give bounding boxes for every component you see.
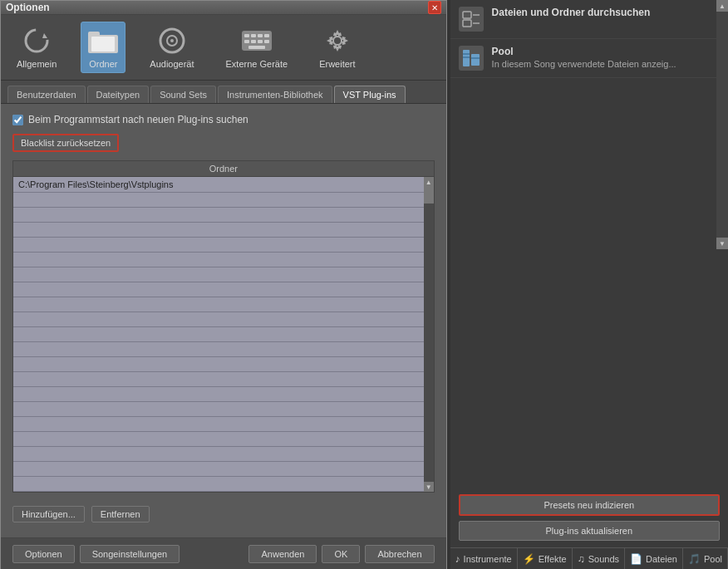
svg-rect-12 xyxy=(264,34,269,37)
svg-rect-26 xyxy=(463,56,470,58)
right-scrollbar-up[interactable]: ▲ xyxy=(716,0,728,12)
browse-item-text: Dateien und Ordner durchsuchen xyxy=(492,7,651,18)
right-scrollbar-track xyxy=(716,12,728,238)
svg-rect-16 xyxy=(264,40,269,43)
folder-section-header: Ordner xyxy=(13,161,434,177)
nav-label-instrumente: Instrumente xyxy=(464,554,512,564)
toolbar-label-audiogeraet: Audiogerät xyxy=(150,59,194,69)
plugins-update-button[interactable]: Plug-ins aktualisieren xyxy=(459,521,720,541)
right-item-browse: Dateien und Ordner durchsuchen xyxy=(450,0,728,39)
svg-rect-27 xyxy=(471,57,480,59)
dialog-title: Optionen xyxy=(6,2,50,13)
optionen-button[interactable]: Optionen xyxy=(12,545,75,563)
scrollbar-down-btn[interactable]: ▼ xyxy=(424,482,434,492)
pool-icon xyxy=(459,46,484,71)
scrollbar-up-btn[interactable]: ▲ xyxy=(424,177,434,187)
abbrechen-button[interactable]: Abbrechen xyxy=(365,545,434,563)
dialog-footer: Optionen Songeinstellungen Anwenden OK A… xyxy=(1,537,446,569)
right-actions: Presets neu indizieren Plug-ins aktualis… xyxy=(450,488,728,547)
add-button[interactable]: Hinzufügen... xyxy=(12,506,85,522)
remove-button[interactable]: Entfernen xyxy=(91,506,150,522)
nav-item-pool[interactable]: 🎵 Pool xyxy=(683,548,728,569)
startup-scan-checkbox[interactable] xyxy=(12,115,23,125)
right-scrollbar-down[interactable]: ▼ xyxy=(716,238,728,249)
folder-actions: Hinzufügen... Entfernen xyxy=(12,501,435,527)
svg-rect-11 xyxy=(258,34,263,37)
toolbar-label-allgemein: Allgemein xyxy=(17,59,57,69)
songeinstellungen-button[interactable]: Songeinstellungen xyxy=(80,545,180,563)
right-content: Dateien und Ordner durchsuchen Pool In d… xyxy=(450,0,728,488)
toolbar-item-externe[interactable]: Externe Geräte xyxy=(219,22,296,73)
svg-rect-14 xyxy=(251,40,256,43)
allgemein-icon-container xyxy=(22,26,52,56)
svg-rect-15 xyxy=(258,40,263,43)
toolbar-item-ordner[interactable]: Ordner xyxy=(81,22,125,73)
svg-rect-25 xyxy=(463,53,470,55)
startup-scan-label: Beim Programmstart nach neuen Plug-ins s… xyxy=(28,114,248,125)
scrollbar-track xyxy=(424,187,434,482)
right-scrollbar[interactable]: ▲ ▼ xyxy=(716,0,728,249)
keyboard-icon xyxy=(242,29,272,52)
toolbar-label-erweitert: Erweitert xyxy=(319,59,355,69)
pool-item-text: Pool In diesem Song verwendete Dateien a… xyxy=(492,46,676,69)
browse-item-title: Dateien und Ordner durchsuchen xyxy=(492,7,651,18)
svg-rect-10 xyxy=(251,34,256,37)
svg-rect-13 xyxy=(244,40,249,43)
right-item-pool: Pool In diesem Song verwendete Dateien a… xyxy=(450,39,728,78)
tab-dateitypen[interactable]: Dateitypen xyxy=(87,86,150,103)
presets-reindex-button[interactable]: Presets neu indizieren xyxy=(459,494,720,516)
right-spacer xyxy=(450,78,728,488)
folder-scrollbar[interactable]: ▲ ▼ xyxy=(424,177,434,492)
ordner-icon-container xyxy=(88,26,118,56)
content-area: Beim Programmstart nach neuen Plug-ins s… xyxy=(1,104,446,537)
folder-entry-0[interactable]: C:\Program Files\Steinberg\Vstplugins xyxy=(13,177,424,193)
toolbar-item-audiogeraet[interactable]: Audiogerät xyxy=(142,22,201,73)
nav-label-sounds: Sounds xyxy=(588,554,619,564)
nav-item-instrumente[interactable]: ♪ Instrumente xyxy=(450,548,518,569)
pool-bottom-icon: 🎵 xyxy=(688,553,701,565)
scrollbar-thumb[interactable] xyxy=(424,187,434,204)
nav-item-sounds[interactable]: ♫ Sounds xyxy=(573,548,625,569)
pool-item-title: Pool xyxy=(492,46,676,57)
svg-rect-9 xyxy=(244,34,249,37)
close-button[interactable]: ✕ xyxy=(428,1,441,14)
bottom-nav: ♪ Instrumente ⚡ Effekte ♫ Sounds 📄 Datei… xyxy=(450,547,728,569)
nav-label-dateien: Dateien xyxy=(646,554,677,564)
nav-item-effekte[interactable]: ⚡ Effekte xyxy=(518,548,573,569)
audiogeraet-icon-container xyxy=(157,26,187,56)
optionen-dialog: Optionen ✕ Allgemein Ordner xyxy=(0,0,447,569)
svg-point-18 xyxy=(333,37,342,45)
blacklist-reset-button[interactable]: Blacklist zurücksetzen xyxy=(12,134,119,152)
nav-item-dateien[interactable]: 📄 Dateien xyxy=(625,548,683,569)
svg-point-0 xyxy=(26,30,47,52)
tab-benutzerdaten[interactable]: Benutzerdaten xyxy=(7,86,86,103)
tab-vst-plugins[interactable]: VST Plug-ins xyxy=(334,86,406,103)
pool-item-desc: In diesem Song verwendete Dateien anzeig… xyxy=(492,59,676,69)
effekte-icon: ⚡ xyxy=(523,553,535,565)
tab-bar: Benutzerdaten Dateitypen Sound Sets Inst… xyxy=(1,81,446,104)
folder-section: Ordner C:\Program Files\Steinberg\Vstplu… xyxy=(12,160,435,493)
sounds-icon: ♫ xyxy=(578,553,585,565)
svg-rect-19 xyxy=(463,12,471,18)
nav-label-pool: Pool xyxy=(704,554,722,564)
refresh-icon xyxy=(22,27,51,55)
folder-inner: C:\Program Files\Steinberg\Vstplugins xyxy=(13,177,424,492)
titlebar: Optionen ✕ xyxy=(1,1,446,15)
right-panel: Dateien und Ordner durchsuchen Pool In d… xyxy=(450,0,728,569)
ok-button[interactable]: OK xyxy=(322,545,360,563)
externe-icon-container xyxy=(242,26,272,56)
svg-marker-1 xyxy=(42,33,47,38)
dateien-icon: 📄 xyxy=(630,553,642,565)
svg-point-7 xyxy=(170,39,174,42)
folder-icon xyxy=(88,28,118,53)
tab-sound-sets[interactable]: Sound Sets xyxy=(150,86,216,103)
gear-icon xyxy=(323,27,352,55)
svg-rect-4 xyxy=(91,37,115,52)
anwenden-button[interactable]: Anwenden xyxy=(248,545,317,563)
folder-container: C:\Program Files\Steinberg\Vstplugins xyxy=(13,177,434,492)
toolbar: Allgemein Ordner Audiogerät xyxy=(1,15,446,81)
toolbar-item-erweitert[interactable]: Erweitert xyxy=(312,22,362,73)
toolbar-item-allgemein[interactable]: Allgemein xyxy=(9,22,64,73)
tab-instrumenten-bibliothek[interactable]: Instrumenten-Bibliothek xyxy=(218,86,332,103)
audio-icon xyxy=(158,27,186,55)
